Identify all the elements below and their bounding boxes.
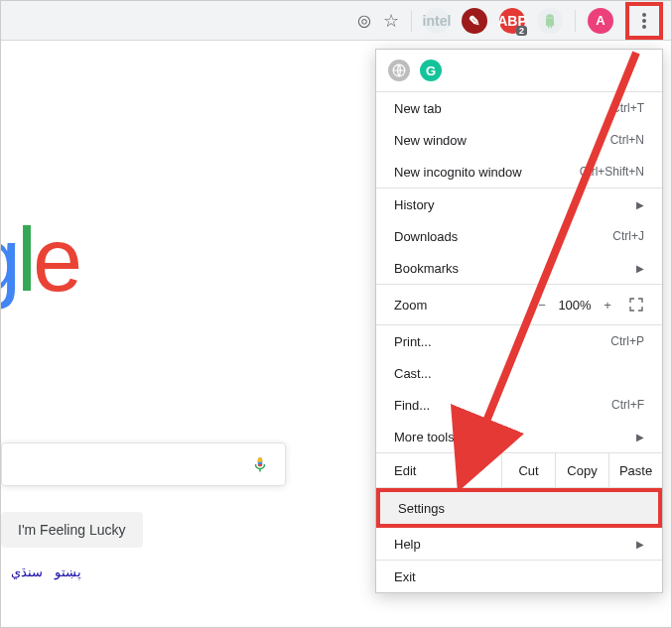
zoom-in-button[interactable]: + [595,298,620,313]
menu-new-incognito[interactable]: New incognito window Ctrl+Shift+N [376,156,662,188]
menu-item-label: Zoom [394,298,529,313]
menu-item-shortcut: Ctrl+P [610,334,644,348]
feeling-lucky-button[interactable]: I'm Feeling Lucky [1,512,143,548]
menu-settings[interactable]: Settings [380,492,658,524]
extension-adobe-icon[interactable]: ✎ [462,8,487,34]
grammarly-icon[interactable]: G [420,60,442,81]
submenu-arrow-icon: ▶ [636,539,644,550]
bookmark-star-icon[interactable]: ☆ [383,10,399,32]
menu-button-highlight [625,2,663,40]
menu-find[interactable]: Find... Ctrl+F [376,389,662,421]
google-logo: gle [0,209,78,312]
menu-item-label: More tools [394,430,630,444]
menu-new-window[interactable]: New window Ctrl+N [376,124,662,156]
fullscreen-icon[interactable] [628,297,644,313]
extension-android-icon[interactable] [537,8,563,34]
location-target-icon[interactable]: ◎ [357,11,371,30]
menu-downloads[interactable]: Downloads Ctrl+J [376,220,662,252]
menu-item-shortcut: Ctrl+J [612,229,644,243]
svg-point-2 [642,25,646,29]
extension-intel-icon[interactable]: intel [424,8,450,34]
lang-link[interactable]: پښتو [55,565,81,579]
menu-item-shortcut: Ctrl+T [611,101,644,115]
menu-history[interactable]: History ▶ [376,188,662,220]
edit-paste-button[interactable]: Paste [608,453,662,487]
menu-item-label: Print... [394,334,610,349]
submenu-arrow-icon: ▶ [636,432,644,442]
settings-highlight: Settings [376,488,662,528]
menu-zoom: Zoom − 100% + [376,285,662,324]
menu-new-tab[interactable]: New tab Ctrl+T [376,92,662,124]
svg-point-0 [642,13,646,17]
menu-item-label: New tab [394,101,611,116]
menu-extensions-row: G [376,50,662,91]
svg-point-1 [642,19,646,23]
menu-bookmarks[interactable]: Bookmarks ▶ [376,252,662,284]
chrome-menu-button[interactable] [631,8,657,34]
menu-more-tools[interactable]: More tools ▶ [376,421,662,452]
edit-cut-button[interactable]: Cut [501,453,555,487]
menu-item-label: Cast... [394,366,644,381]
menu-item-label: Downloads [394,229,612,244]
menu-item-shortcut: Ctrl+F [611,398,644,412]
zoom-out-button[interactable]: − [529,298,555,313]
menu-item-label: Bookmarks [394,261,630,276]
abp-badge: 2 [516,26,527,36]
search-input[interactable] [1,442,286,486]
menu-item-shortcut: Ctrl+N [610,133,644,147]
menu-item-label: New window [394,133,610,148]
globe-icon[interactable] [388,60,410,81]
toolbar-separator [575,10,576,32]
chrome-menu: G New tab Ctrl+T New window Ctrl+N New i… [375,49,663,593]
menu-edit-row: Edit Cut Copy Paste [376,452,662,488]
menu-item-label: Exit [394,569,644,584]
menu-exit[interactable]: Exit [376,561,662,592]
menu-item-label: Find... [394,398,611,413]
mic-icon[interactable] [251,452,269,476]
toolbar-separator [411,10,412,32]
menu-print[interactable]: Print... Ctrl+P [376,325,662,357]
menu-item-label: Edit [376,463,501,478]
language-links: پښتو سنڌي [11,565,89,579]
menu-item-shortcut: Ctrl+Shift+N [580,165,644,179]
menu-item-label: History [394,197,630,212]
menu-item-label: Settings [398,501,640,516]
browser-toolbar: ◎ ☆ intel ✎ ABP 2 A [1,1,671,41]
zoom-value: 100% [555,298,595,313]
profile-avatar[interactable]: A [588,8,613,34]
menu-item-label: New incognito window [394,165,580,180]
submenu-arrow-icon: ▶ [636,199,644,210]
edit-copy-button[interactable]: Copy [555,453,608,487]
menu-item-label: Help [394,537,630,552]
lang-link[interactable]: سنڌي [11,565,43,579]
menu-help[interactable]: Help ▶ [376,528,662,560]
menu-cast[interactable]: Cast... [376,357,662,389]
extension-abp-icon[interactable]: ABP 2 [499,8,525,34]
submenu-arrow-icon: ▶ [636,263,644,274]
